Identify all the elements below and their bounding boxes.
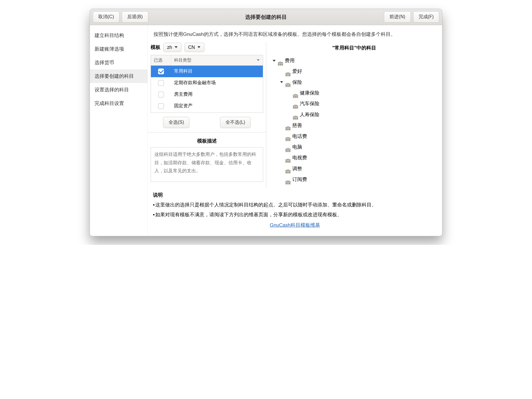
svg-rect-3 [282,64,282,65]
svg-rect-5 [286,74,287,76]
main-panel: 按照预计使用GnuCash的方式，选择为不同语言和区域准备的模板。您选择的每个模… [148,25,442,236]
chevron-down-icon [197,45,201,50]
svg-rect-29 [286,139,287,141]
note-line-1: 这里做出的选择只是根据个人情况定制科目结构的起点。之后可以随时手动添加、重命名或… [153,200,437,210]
panes: 模板 zh CN 已选 [148,42,442,188]
table-row[interactable]: 常用科目 [151,66,263,77]
tree-node-label: 电视费 [292,152,307,163]
svg-rect-15 [297,96,298,97]
svg-rect-34 [288,150,289,152]
svg-rect-37 [286,161,287,162]
sidebar-step[interactable]: 选择要创建的科目 [90,69,147,83]
forward-button[interactable]: 前进(N) [384,11,411,23]
tree-node-label: 电脑 [292,142,302,152]
svg-rect-9 [286,85,287,86]
wiki-link[interactable]: GnuCash科目模板维基 [153,220,437,230]
expand-caret-icon[interactable] [280,80,284,84]
tree-node[interactable]: 电话费 [280,131,436,142]
footer-notes: 说明 这里做出的选择只是根据个人情况定制科目结构的起点。之后可以随时手动添加、重… [148,188,442,236]
row-checkbox-cell [151,92,171,97]
table-row[interactable]: 固定资产 [151,100,263,112]
checkbox[interactable] [158,80,164,86]
accounts-tree[interactable]: 费用爱好保险健康保险汽车保险人寿保险慈善电话费电脑电视费调整订阅费 [266,55,442,188]
wizard-window: 取消(C) 后退(B) 选择要创建的科目 前进(N) 完成(F) 建立科目结构新… [90,9,442,236]
account-icon [285,145,291,149]
tree-node[interactable]: 汽车保险 [287,98,436,109]
language-dropdown[interactable]: zh [163,43,182,52]
svg-rect-13 [293,96,294,97]
svg-rect-26 [288,128,289,130]
col-selected-header[interactable]: 已选 [151,55,171,65]
select-none-button[interactable]: 全不选(L) [220,117,251,128]
tree-node-label: 慈善 [292,120,302,131]
account-icon [285,134,291,138]
tree-node-label: 汽车保险 [300,98,319,109]
svg-rect-10 [288,85,289,86]
sidebar-step[interactable]: 设置选择的科目 [90,83,147,97]
svg-rect-30 [288,139,289,141]
account-icon [285,156,291,160]
svg-rect-25 [286,128,287,130]
svg-rect-33 [286,150,287,152]
svg-rect-6 [288,74,289,76]
checkbox[interactable] [158,103,164,109]
table-row[interactable]: 简易账本 [151,112,263,112]
content: 建立科目结构新建账簿选项选择货币选择要创建的科目设置选择的科目完成科目设置 按照… [90,25,442,236]
tree-node[interactable]: 电视费 [280,152,436,163]
tree-node[interactable]: 订阅费 [280,174,436,185]
tree-children: 健康保险汽车保险人寿保险 [280,88,436,120]
note-line-2: 如果对现有模板不满意，请阅读下方列出的维基页面，分享新的模板或改进现有模板。 [153,210,437,220]
selection-buttons: 全选(S) 全不选(L) [148,113,266,132]
svg-rect-18 [295,107,296,108]
region-dropdown-value: CN [188,45,195,50]
account-icon [278,59,283,63]
col-type-header[interactable]: 科目类型 [171,55,263,65]
col-type-label: 科目类型 [174,58,191,63]
table-body[interactable]: 常用科目定期存款和金融市场房主费用固定资产简易账本 [151,66,263,112]
svg-rect-7 [289,74,290,76]
accounts-pane: "常用科目"中的科目 费用爱好保险健康保险汽车保险人寿保险慈善电话费电脑电视费调… [266,42,442,188]
template-description-title: 模板描述 [148,132,266,147]
intro-text: 按照预计使用GnuCash的方式，选择为不同语言和区域准备的模板。您选择的每个模… [148,25,442,42]
table-row[interactable]: 房主费用 [151,89,263,100]
sidebar-step[interactable]: 选择货币 [90,56,147,69]
account-icon [285,80,291,84]
cancel-button[interactable]: 取消(C) [93,11,119,23]
tree-node[interactable]: 爱好 [280,66,436,77]
svg-rect-42 [288,171,289,173]
wizard-sidebar: 建立科目结构新建账簿选项选择货币选择要创建的科目设置选择的科目完成科目设置 [90,25,148,236]
tree-node-label: 调整 [292,163,302,174]
account-icon [285,178,291,182]
chevron-down-icon [256,58,260,63]
sidebar-step[interactable]: 建立科目结构 [90,29,147,42]
tree-node[interactable]: 调整 [280,163,436,174]
svg-rect-2 [280,64,281,65]
tree-node[interactable]: 保险健康保险汽车保险人寿保险 [280,77,436,120]
svg-rect-21 [293,118,294,119]
finish-button[interactable]: 完成(F) [413,11,439,23]
back-button[interactable]: 后退(B) [122,11,148,23]
svg-rect-1 [278,64,279,65]
expand-caret-icon[interactable] [272,59,276,62]
tree-node-label: 费用 [285,55,295,66]
row-label: 常用科目 [171,68,263,74]
svg-rect-41 [286,171,287,173]
tree-node-label: 健康保险 [300,88,319,98]
select-all-button[interactable]: 全选(S) [163,117,189,128]
checkbox[interactable] [158,92,164,97]
svg-rect-47 [289,182,290,184]
tree-node[interactable]: 电脑 [280,142,436,152]
account-icon [285,167,291,171]
checkbox[interactable] [158,69,164,74]
tree-node[interactable]: 慈善 [280,120,436,131]
sidebar-step[interactable]: 新建账簿选项 [90,42,147,56]
templates-pane: 模板 zh CN 已选 [148,42,266,188]
tree-node[interactable]: 费用爱好保险健康保险汽车保险人寿保险慈善电话费电脑电视费调整订阅费 [272,55,436,185]
sidebar-step[interactable]: 完成科目设置 [90,97,147,110]
table-row[interactable]: 定期存款和金融市场 [151,77,263,89]
tree-node[interactable]: 健康保险 [287,88,436,98]
tree-node[interactable]: 人寿保险 [287,109,436,120]
region-dropdown[interactable]: CN [184,43,204,52]
svg-rect-22 [295,118,296,119]
titlebar: 取消(C) 后退(B) 选择要创建的科目 前进(N) 完成(F) [90,9,442,25]
